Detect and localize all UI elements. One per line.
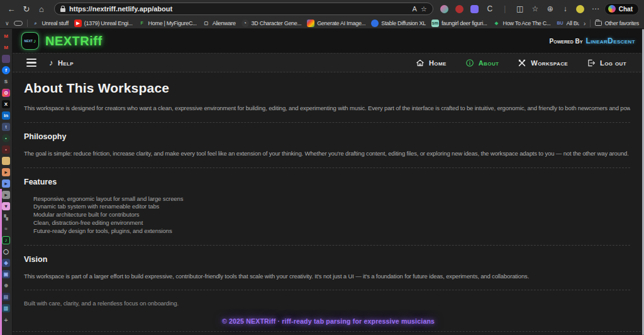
icon-shape bbox=[440, 5, 448, 13]
split-screen-icon[interactable]: ◫ bbox=[515, 4, 525, 14]
bookmark-all-budgets[interactable]: BU All Budgets: The 1... bbox=[557, 20, 579, 27]
downloads-icon[interactable]: ↓ bbox=[560, 4, 570, 14]
tab-app-dark-a[interactable]: ▚ bbox=[2, 213, 10, 222]
tab-doc-tan[interactable] bbox=[2, 157, 10, 165]
tab-instagram[interactable]: ⊙ bbox=[2, 89, 10, 97]
extension-1-icon[interactable] bbox=[440, 4, 450, 14]
bookmark-favicon: ◔ bbox=[242, 20, 249, 27]
tab-app-blue-b[interactable]: ▣ bbox=[2, 270, 10, 278]
bookmark-label: Alienware bbox=[213, 20, 236, 26]
chevron-down-icon[interactable]: ∨ bbox=[5, 20, 9, 26]
more-menu-icon[interactable]: ⋯ bbox=[591, 4, 601, 14]
bookmark-generate-ai[interactable]: Generate AI Image... bbox=[307, 20, 365, 27]
tab-media-gray[interactable]: ▸ bbox=[2, 191, 10, 199]
hamburger-menu-icon[interactable] bbox=[26, 59, 36, 67]
tab-gmail-1[interactable]: M bbox=[2, 32, 10, 40]
refresh-icon[interactable]: ↻ bbox=[20, 4, 33, 14]
nextriff-logo-icon[interactable]: NEXT ♪ bbox=[21, 32, 39, 50]
back-icon[interactable]: ← bbox=[5, 4, 18, 14]
bookmark-label: faungirl deer figuri... bbox=[441, 20, 487, 26]
tab-app-indigo[interactable]: t bbox=[2, 123, 10, 131]
icon-shape: | bbox=[501, 5, 509, 13]
favorite-star-icon[interactable]: ☆ bbox=[421, 5, 427, 13]
feature-item: Modular architecture built for contribut… bbox=[33, 211, 630, 219]
extension-3-icon[interactable] bbox=[470, 4, 480, 14]
bookmark-alienware[interactable]: ▢ Alienware bbox=[203, 20, 236, 27]
bookmark-3d-character[interactable]: ◔ 3D Character Gene... bbox=[242, 20, 302, 27]
tab-app-purple[interactable] bbox=[2, 55, 10, 63]
tab-app-dark-b[interactable]: ≈ bbox=[2, 225, 10, 233]
tab-x-twitter[interactable]: X bbox=[2, 100, 10, 108]
bookmark-myfigure[interactable]: F Home | MyFigureC... bbox=[138, 20, 197, 27]
extension-2-icon[interactable] bbox=[455, 4, 465, 14]
tab-app-darkgreen[interactable]: • bbox=[2, 134, 10, 142]
bookmark-label: Stable Diffusion XL bbox=[381, 20, 426, 26]
bookmark-favicon: BU bbox=[557, 20, 564, 27]
vertical-tabs-sidebar: M M f S ⊙ X in t • bbox=[0, 29, 13, 335]
divider bbox=[24, 122, 630, 123]
tab-globe[interactable]: ⊕ bbox=[2, 281, 10, 290]
nextriff-page: NEXT ♪ NEXTRiff Powered By LinearDescent… bbox=[13, 29, 644, 335]
features-list: Responsive, ergonomic layout for small a… bbox=[24, 195, 630, 236]
bookmark-youtube[interactable]: ▶ (1379) Unreal Engi... bbox=[74, 20, 133, 27]
tab-media-pink[interactable]: ▾ bbox=[2, 202, 10, 210]
tab-linkedin[interactable]: in bbox=[2, 111, 10, 120]
bookmark-list: ⌕ Unreal stuff ▶ (1379) Unreal Engi... F… bbox=[32, 20, 579, 27]
footer-tagline: © 2025 NEXTRiff · riff-ready tab parsing… bbox=[222, 317, 435, 325]
toolbar-icons: C | ◫ ☆ ⊕ ↓ bbox=[440, 4, 601, 14]
vertical-tab-list: M M f S ⊙ X in t • bbox=[2, 32, 10, 315]
tab-app-darkred[interactable]: • bbox=[2, 145, 10, 154]
bookmark-favicon: ▶ bbox=[74, 20, 82, 27]
workspaces-icon[interactable] bbox=[14, 21, 23, 26]
tab-nextriff-active[interactable]: ♪ bbox=[2, 236, 10, 244]
tab-app-teal[interactable]: ▥ bbox=[2, 304, 10, 312]
bookmark-how-to-ace[interactable]: ◈ How To Ace The C... bbox=[493, 20, 551, 27]
read-aloud-icon[interactable]: A bbox=[413, 5, 417, 13]
other-favorites-button[interactable]: Other favorites bbox=[595, 20, 639, 26]
bookmark-unreal-stuff[interactable]: ⌕ Unreal stuff bbox=[32, 20, 69, 27]
web-capture-icon[interactable]: ⊕ bbox=[545, 4, 555, 14]
bookmark-stable-diffusion[interactable]: Stable Diffusion XL bbox=[371, 20, 426, 27]
tab-app-blue-a[interactable]: ◆ bbox=[2, 259, 10, 267]
lock-icon bbox=[60, 8, 65, 12]
app-title: NEXTRiff bbox=[45, 34, 103, 48]
section-heading-philosophy: Philosophy bbox=[24, 132, 630, 141]
bookmark-label: How To Ace The C... bbox=[503, 20, 551, 26]
home-icon[interactable]: ⌂ bbox=[35, 4, 48, 14]
page-scrollbar[interactable] bbox=[642, 29, 644, 335]
tab-facebook[interactable]: f bbox=[2, 66, 10, 74]
tab-media-blue[interactable]: ▸ bbox=[2, 179, 10, 188]
bookmark-favicon: ◈ bbox=[493, 20, 501, 27]
nav-item-about[interactable]: About bbox=[465, 59, 499, 67]
favorites-icon[interactable]: ☆ bbox=[530, 4, 540, 14]
bookmark-label: Home | MyFigureC... bbox=[148, 20, 197, 26]
address-bar[interactable]: https://nextriff.netlify.app/about A ☆ bbox=[54, 3, 433, 15]
about-content: About This Workspace This workspace is d… bbox=[13, 72, 644, 310]
browser-essentials-icon[interactable]: C bbox=[485, 4, 495, 14]
url-text[interactable]: https://nextriff.netlify.app/about bbox=[69, 5, 409, 13]
nav-item-logout[interactable]: Log out bbox=[587, 59, 626, 67]
copilot-chat-button[interactable]: Chat bbox=[604, 3, 639, 15]
toolbar-divider[interactable]: | bbox=[500, 4, 510, 14]
nav-item-workspace[interactable]: Workspace bbox=[518, 59, 568, 67]
new-tab-button[interactable]: + bbox=[4, 316, 8, 324]
icon-shape: ☆ bbox=[531, 5, 539, 13]
bookmark-label: All Budgets: The 1... bbox=[567, 20, 579, 26]
nav-item-help[interactable]: ♪ Help bbox=[49, 58, 74, 67]
tab-threads[interactable]: S bbox=[2, 77, 10, 86]
tab-media-orange[interactable]: ▸ bbox=[2, 168, 10, 176]
bookmark-faungirl[interactable]: sm faungirl deer figuri... bbox=[431, 20, 487, 27]
chevron-right-icon[interactable]: › bbox=[584, 20, 586, 27]
divider bbox=[24, 290, 630, 290]
bookmark-favicon: sm bbox=[431, 20, 439, 27]
tab-gmail-2[interactable]: M bbox=[2, 43, 10, 52]
tab-github[interactable]: ◯ bbox=[2, 247, 10, 256]
nav-item-home[interactable]: Home bbox=[416, 59, 447, 67]
tab-group-indicator bbox=[0, 189, 2, 335]
lineardescent-brand[interactable]: LinearDescent bbox=[586, 37, 635, 45]
bookmark-favicon bbox=[307, 20, 314, 27]
extension-4-icon[interactable] bbox=[575, 4, 586, 14]
app-footer: © 2025 NEXTRiff · riff-ready tab parsing… bbox=[13, 310, 644, 332]
bookmark-label: (1379) Unreal Engi... bbox=[84, 20, 133, 26]
tab-app-navy[interactable]: ▤ bbox=[2, 293, 10, 301]
